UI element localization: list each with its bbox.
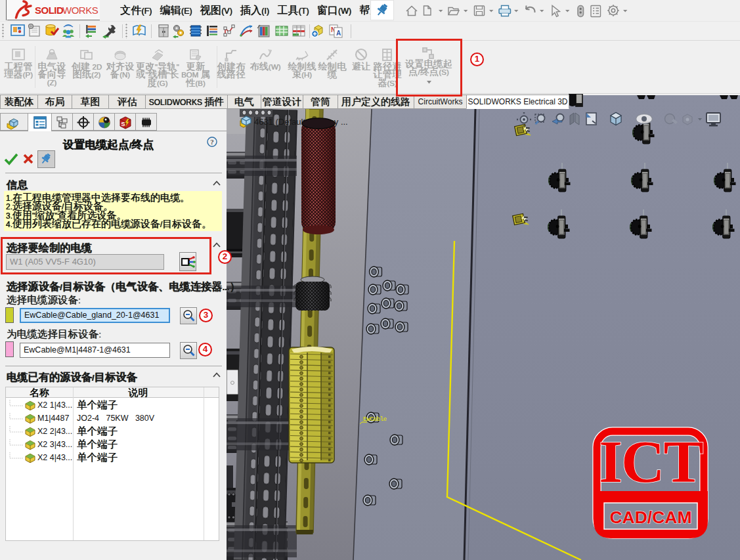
svg-text:?: ?	[210, 138, 214, 146]
svg-text:EwCable: EwCable	[363, 416, 387, 423]
svg-text:S: S	[121, 121, 125, 127]
svg-text:SOLID: SOLID	[35, 5, 64, 16]
svg-text:CAD/CAM: CAD/CAM	[609, 507, 691, 527]
svg-text:ICT: ICT	[599, 428, 703, 495]
svg-text:WORKS: WORKS	[62, 5, 98, 16]
svg-text:A: A	[336, 30, 341, 37]
